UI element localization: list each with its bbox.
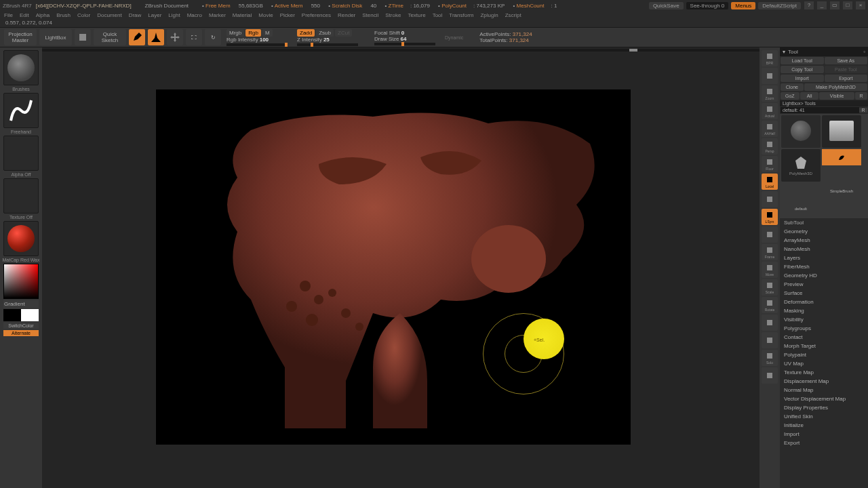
- section-geometry[interactable]: Geometry: [780, 227, 868, 236]
- view-btn1[interactable]: [762, 68, 778, 84]
- menu-movie[interactable]: Movie: [258, 12, 273, 18]
- section-polygroups[interactable]: Polygroups: [780, 324, 868, 333]
- section-uv-map[interactable]: UV Map: [780, 359, 868, 368]
- menu-material[interactable]: Material: [233, 12, 252, 18]
- scale-button[interactable]: ⛶: [186, 29, 202, 45]
- quicksketch-button[interactable]: [75, 29, 91, 45]
- primary-color[interactable]: [21, 309, 39, 321]
- menu-tool[interactable]: Tool: [433, 12, 443, 18]
- menu-marker[interactable]: Marker: [209, 12, 226, 18]
- view-btn18[interactable]: [762, 367, 778, 384]
- view-aahalf[interactable]: AAHalf: [762, 121, 778, 137]
- tool-r-button[interactable]: R: [859, 108, 867, 113]
- view-move[interactable]: Move: [762, 262, 778, 278]
- menu-draw[interactable]: Draw: [129, 12, 142, 18]
- dynamic-label[interactable]: Dynamic: [445, 35, 463, 40]
- view-btn10[interactable]: [762, 226, 778, 243]
- color-swatches[interactable]: [3, 309, 39, 321]
- section-subtool[interactable]: SubTool: [780, 218, 868, 227]
- lightbox-tools-header[interactable]: Lightbox> Tools: [780, 100, 868, 106]
- section-fibermesh[interactable]: FiberMesh: [780, 262, 868, 271]
- menu-color[interactable]: Color: [77, 12, 90, 18]
- view-rotate[interactable]: Rotate: [762, 297, 778, 313]
- section-deformation[interactable]: Deformation: [780, 298, 868, 306]
- material-slot[interactable]: [3, 221, 39, 256]
- maximize-button[interactable]: □: [843, 1, 852, 9]
- restore-button[interactable]: ▭: [830, 1, 840, 9]
- menu-picker[interactable]: Picker: [280, 12, 295, 18]
- view-persp[interactable]: Persp: [762, 138, 778, 155]
- switchcolor-button[interactable]: SwitchColor: [3, 323, 39, 329]
- section-display-properties[interactable]: Display Properties: [780, 403, 868, 412]
- export-button[interactable]: Export: [825, 75, 868, 82]
- menu-zscript[interactable]: Zscript: [505, 12, 521, 18]
- menu-alpha[interactable]: Alpha: [36, 12, 50, 18]
- goz-r-button[interactable]: R: [855, 92, 867, 100]
- goz-button[interactable]: GoZ: [781, 92, 800, 100]
- section-displacement-map[interactable]: Displacement Map: [780, 377, 868, 386]
- section-unified-skin[interactable]: Unified Skin: [780, 412, 868, 421]
- section-polypaint[interactable]: Polypaint: [780, 350, 868, 359]
- close-button[interactable]: ×: [856, 1, 865, 9]
- tool-panel-header[interactable]: ▾Tool◦: [780, 47, 868, 56]
- view-frame[interactable]: Frame: [762, 244, 778, 260]
- draw-button[interactable]: [148, 29, 164, 45]
- secondary-color[interactable]: [3, 309, 21, 321]
- section-contact[interactable]: Contact: [780, 333, 868, 342]
- minimize-button[interactable]: _: [817, 1, 827, 9]
- thumb-default[interactable]: [781, 183, 821, 199]
- alpha-slot[interactable]: [3, 136, 39, 171]
- goz-all-button[interactable]: All: [800, 92, 819, 100]
- view-bpr[interactable]: BPR: [762, 50, 778, 66]
- view-solo[interactable]: Solo: [762, 350, 778, 366]
- view-btn16[interactable]: [762, 332, 778, 348]
- paste-tool-button[interactable]: Paste Tool: [825, 66, 868, 73]
- color-picker[interactable]: [3, 264, 39, 299]
- stroke-slot[interactable]: [3, 93, 39, 128]
- rotate-button[interactable]: ↻: [205, 29, 221, 45]
- view-btn8[interactable]: [762, 191, 778, 207]
- import-button[interactable]: Import: [781, 75, 824, 82]
- menu-file[interactable]: File: [4, 12, 13, 18]
- section-import[interactable]: Import: [780, 430, 868, 439]
- section-geometry-hd[interactable]: Geometry HD: [780, 271, 868, 280]
- menu-light[interactable]: Light: [168, 12, 180, 18]
- section-surface[interactable]: Surface: [780, 289, 868, 298]
- zsub-button[interactable]: Zsub: [316, 29, 334, 37]
- copy-tool-button[interactable]: Copy Tool: [781, 66, 824, 73]
- seethrough-slider[interactable]: See-through 0: [686, 2, 729, 9]
- draw-size-slider[interactable]: [374, 43, 435, 45]
- menu-render[interactable]: Render: [338, 12, 355, 18]
- menu-document[interactable]: Document: [97, 12, 121, 18]
- menu-layer[interactable]: Layer: [148, 12, 161, 18]
- view-floor[interactable]: Floor: [762, 156, 778, 172]
- section-visibility[interactable]: Visibility: [780, 315, 868, 324]
- view-scale[interactable]: Scale: [762, 279, 778, 296]
- section-texture-map[interactable]: Texture Map: [780, 368, 868, 377]
- section-nanomesh[interactable]: NanoMesh: [780, 245, 868, 253]
- thumb-cylinder[interactable]: [822, 115, 861, 148]
- section-initialize[interactable]: Initialize: [780, 421, 868, 430]
- pin-icon[interactable]: ◦: [863, 49, 865, 55]
- texture-slot[interactable]: [3, 178, 39, 214]
- thumb-simplebrush[interactable]: [822, 149, 861, 165]
- goz-visible-button[interactable]: Visible: [819, 92, 854, 100]
- menu-edit[interactable]: Edit: [20, 12, 29, 18]
- menu-stroke[interactable]: Stroke: [385, 12, 401, 18]
- move-button[interactable]: [167, 29, 183, 45]
- view-zoom[interactable]: Zoom: [762, 85, 778, 102]
- thumb-polymesh[interactable]: PolyMesh3D: [781, 149, 821, 182]
- projection-master-button[interactable]: Projection Master: [4, 29, 37, 45]
- save-as-button[interactable]: Save As: [825, 57, 868, 64]
- brush-slot[interactable]: [3, 50, 39, 85]
- lightbox-button[interactable]: LightBox: [39, 29, 72, 45]
- section-layers[interactable]: Layers: [780, 253, 868, 262]
- view-btn15[interactable]: [762, 314, 778, 331]
- z-intensity-slider[interactable]: [297, 43, 358, 46]
- menu-transform[interactable]: Transform: [449, 12, 473, 18]
- help-button[interactable]: ?: [804, 1, 814, 9]
- menu-macro[interactable]: Macro: [187, 12, 202, 18]
- section-vector-displacement-map[interactable]: Vector Displacement Map: [780, 394, 868, 403]
- section-arraymesh[interactable]: ArrayMesh: [780, 236, 868, 245]
- menu-stencil[interactable]: Stencil: [362, 12, 378, 18]
